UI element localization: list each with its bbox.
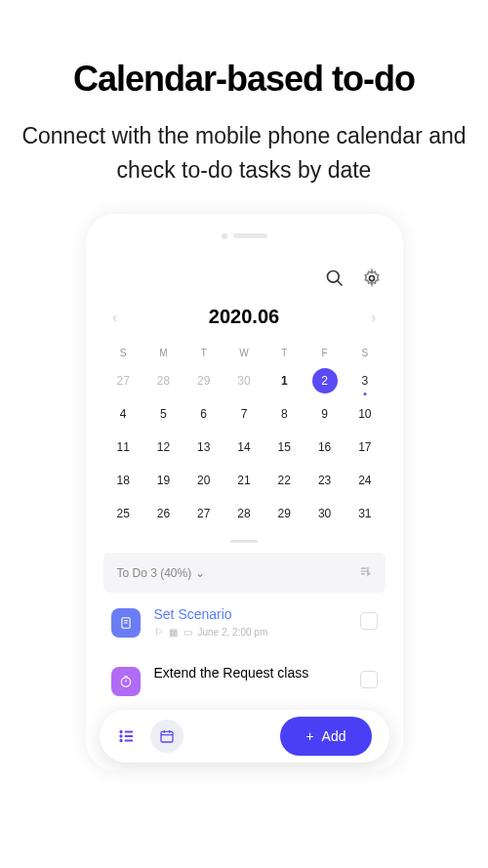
task-row[interactable]: Extend the Request class [103,651,386,710]
calendar-day[interactable]: 13 [183,431,224,464]
calendar-day[interactable]: 12 [143,431,183,464]
task-icon [111,608,141,638]
weekday-label: T [183,342,224,364]
calendar-day[interactable]: 21 [224,464,264,497]
calendar-day[interactable]: 1 [264,364,305,397]
calendar-day[interactable]: 16 [305,431,345,464]
list-view-icon[interactable] [117,726,137,746]
calendar-day[interactable]: 26 [143,497,183,530]
weekday-label: S [103,342,143,364]
calendar-day[interactable]: 25 [103,497,143,530]
task-meta: ⚐▦▭ June 2, 2:00 pm [154,627,346,638]
calendar-day[interactable]: 30 [224,364,264,397]
calendar-day[interactable]: 19 [143,464,183,497]
calendar-day[interactable]: 7 [224,397,264,431]
drag-handle[interactable] [230,540,258,543]
svg-rect-18 [161,731,173,742]
chevron-down-icon: ⌄ [195,566,205,580]
calendar-day[interactable]: 20 [183,464,224,497]
calendar-day[interactable]: 2 [305,364,345,397]
calendar-day[interactable]: 27 [103,364,143,397]
task-title: Set Scenario [154,606,346,622]
gear-icon[interactable] [362,269,382,288]
task-icon [111,667,141,696]
calendar-day[interactable]: 17 [345,431,385,464]
weekday-label: M [143,342,183,364]
svg-point-2 [369,276,374,281]
notch-indicator [103,233,386,239]
calendar-day[interactable]: 30 [305,497,345,530]
svg-point-9 [121,678,130,686]
calendar-day[interactable]: 10 [345,397,385,431]
calendar-day[interactable]: 31 [345,497,385,530]
weekday-label: T [264,342,305,364]
calendar-day[interactable]: 29 [264,497,305,530]
weekday-label: F [305,342,345,364]
todo-section-header[interactable]: To Do 3 (40%) ⌄ [103,553,386,593]
calendar-day[interactable]: 28 [224,497,264,530]
calendar-day[interactable]: 27 [183,497,224,530]
task-checkbox[interactable] [360,612,378,630]
sort-icon[interactable] [358,564,372,581]
calendar-day[interactable]: 28 [143,364,183,397]
page-heading: Calendar-based to-do [20,59,468,100]
calendar-day[interactable]: 8 [264,397,305,431]
todo-count-label: To Do 3 (40%) [117,566,192,580]
next-month-button[interactable]: › [365,310,381,325]
plus-icon: + [305,728,313,744]
task-row[interactable]: Set Scenario ⚐▦▭ June 2, 2:00 pm [103,593,386,651]
calendar-day[interactable]: 24 [345,464,385,497]
calendar-day[interactable]: 3 [345,364,385,397]
calendar-day[interactable]: 5 [143,397,183,431]
task-checkbox[interactable] [360,671,378,688]
svg-point-0 [327,271,339,283]
calendar-day[interactable]: 29 [183,364,224,397]
calendar-day[interactable]: 23 [305,464,345,497]
bottom-nav: + Add [100,710,389,763]
calendar-grid: SMTWTFS 27282930123456789101112131415161… [103,342,386,530]
month-label: 2020.06 [209,306,279,328]
calendar-view-icon[interactable] [150,720,183,753]
task-title: Extend the Request class [154,665,346,681]
search-icon[interactable] [325,269,345,288]
calendar-day[interactable]: 11 [103,431,143,464]
add-button[interactable]: + Add [280,717,371,756]
add-label: Add [322,728,346,744]
svg-point-17 [120,740,122,742]
calendar-day[interactable]: 15 [264,431,305,464]
calendar-day[interactable]: 22 [264,464,305,497]
calendar-day[interactable]: 6 [183,397,224,431]
phone-mockup: ‹ 2020.06 › SMTWTFS 27282930123456789101… [86,214,403,770]
prev-month-button[interactable]: ‹ [107,310,123,325]
calendar-day[interactable]: 4 [103,397,143,431]
calendar-day[interactable]: 18 [103,464,143,497]
svg-line-1 [337,281,342,286]
page-subheading: Connect with the mobile phone calendar a… [20,119,468,186]
svg-point-15 [120,731,122,733]
calendar-day[interactable]: 9 [305,397,345,431]
weekday-label: W [224,342,264,364]
weekday-label: S [345,342,385,364]
calendar-day[interactable]: 14 [224,431,264,464]
svg-point-16 [120,735,122,737]
